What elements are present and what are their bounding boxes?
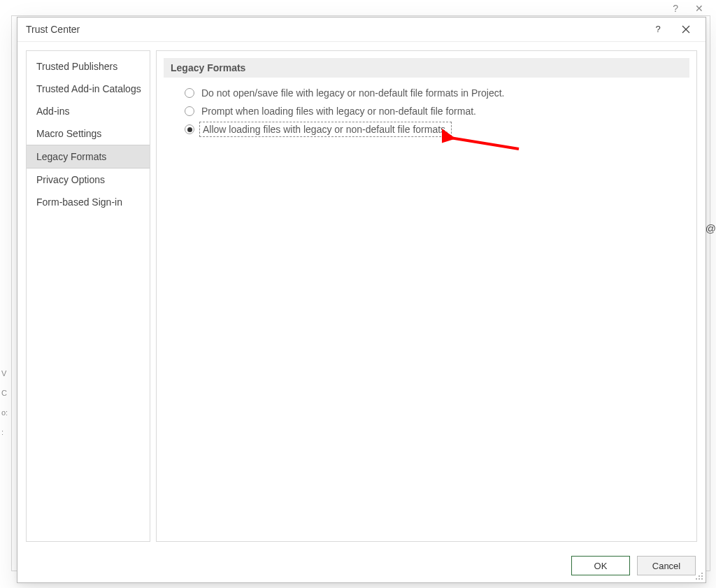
sidebar-item-legacy-formats[interactable]: Legacy Formats (27, 145, 150, 168)
background-label-v: V (1, 364, 8, 383)
background-label-at: @ (706, 222, 716, 234)
sidebar-item-privacy-options[interactable]: Privacy Options (27, 168, 150, 191)
option-do-not-open[interactable]: Do not open/save file with legacy or non… (185, 87, 689, 99)
ok-button[interactable]: OK (571, 556, 630, 575)
background-left-labels: V C o: : (1, 364, 8, 442)
option-label: Allow loading files with legacy or non-d… (201, 124, 450, 135)
dialog-body: Trusted Publishers Trusted Add-in Catalo… (17, 42, 706, 550)
dialog-title: Trust Center (26, 24, 80, 35)
sidebar-item-label: Legacy Formats (36, 151, 106, 162)
cancel-button[interactable]: Cancel (637, 556, 696, 575)
background-label-colon: : (1, 422, 8, 442)
sidebar-item-label: Trusted Publishers (36, 61, 117, 72)
sidebar: Trusted Publishers Trusted Add-in Catalo… (26, 50, 150, 542)
sidebar-item-add-ins[interactable]: Add-ins (27, 100, 150, 122)
trust-center-dialog: Trust Center ? Trusted Publishers Truste… (17, 17, 706, 583)
svg-point-6 (701, 575, 703, 577)
sidebar-item-label: Form-based Sign-in (36, 196, 122, 208)
sidebar-item-trusted-publishers[interactable]: Trusted Publishers (27, 55, 150, 78)
section-header: Legacy Formats (164, 58, 689, 78)
background-label-o: o: (1, 403, 8, 422)
button-label: Cancel (652, 561, 680, 571)
svg-text:?: ? (655, 24, 660, 34)
svg-point-7 (696, 578, 697, 580)
help-button[interactable]: ? (644, 20, 672, 39)
option-prompt-on-load[interactable]: Prompt when loading files with legacy or… (185, 106, 689, 117)
radio-icon (185, 124, 194, 134)
background-window-controls: ? ✕ (673, 3, 703, 14)
sidebar-item-form-based-signin[interactable]: Form-based Sign-in (27, 191, 150, 213)
background-label-c: C (1, 383, 8, 403)
option-label: Prompt when loading files with legacy or… (201, 106, 476, 117)
svg-line-3 (450, 138, 519, 149)
background-close-icon: ✕ (695, 3, 703, 14)
sidebar-item-label: Trusted Add-in Catalogs (36, 83, 141, 94)
sidebar-item-label: Macro Settings (36, 128, 101, 139)
sidebar-item-trusted-addin-catalogs[interactable]: Trusted Add-in Catalogs (27, 78, 150, 100)
sidebar-item-macro-settings[interactable]: Macro Settings (27, 122, 150, 145)
button-label: OK (594, 561, 608, 571)
dialog-titlebar: Trust Center ? (17, 17, 706, 42)
legacy-formats-options: Do not open/save file with legacy or non… (164, 78, 689, 135)
sidebar-item-label: Add-ins (36, 106, 69, 117)
option-label: Do not open/save file with legacy or non… (201, 87, 504, 99)
sidebar-item-label: Privacy Options (36, 174, 105, 185)
content-panel: Legacy Formats Do not open/save file wit… (156, 50, 697, 542)
dialog-footer: OK Cancel (17, 550, 706, 582)
option-allow-loading[interactable]: Allow loading files with legacy or non-d… (185, 124, 689, 135)
close-icon (682, 25, 690, 34)
svg-point-8 (699, 578, 700, 580)
radio-icon (185, 106, 194, 116)
background-help-icon: ? (673, 3, 678, 14)
radio-icon (185, 88, 194, 98)
resize-grip-icon[interactable] (695, 572, 703, 580)
svg-point-4 (701, 573, 703, 574)
close-button[interactable] (672, 20, 700, 39)
help-icon: ? (653, 24, 663, 34)
svg-point-5 (699, 575, 700, 577)
svg-point-9 (701, 578, 703, 580)
